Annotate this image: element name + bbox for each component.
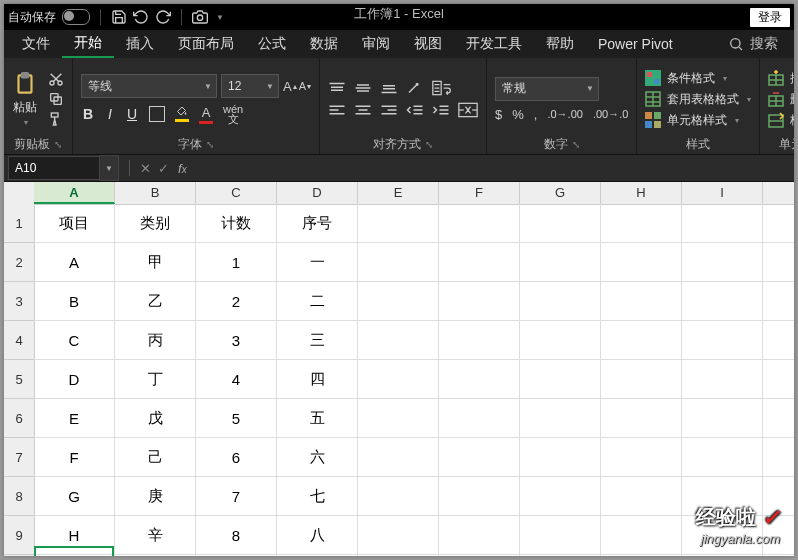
col-header-g[interactable]: G [520, 182, 601, 204]
cell-c4[interactable]: 3 [196, 321, 277, 359]
tab-view[interactable]: 视图 [402, 31, 454, 57]
cell-i6[interactable] [682, 399, 763, 437]
cell-d1[interactable]: 序号 [277, 204, 358, 242]
font-color-button[interactable]: A [199, 105, 213, 124]
cell-d10[interactable] [277, 555, 358, 556]
save-icon[interactable] [111, 9, 127, 25]
wrap-text-button[interactable] [432, 80, 452, 96]
tab-insert[interactable]: 插入 [114, 31, 166, 57]
fill-color-button[interactable] [175, 106, 189, 122]
cell-b5[interactable]: 丁 [115, 360, 196, 398]
cell-g2[interactable] [520, 243, 601, 281]
cell-i10[interactable] [682, 555, 763, 556]
cancel-formula-button[interactable]: ✕ [136, 161, 154, 176]
cell-h10[interactable] [601, 555, 682, 556]
cell-f10[interactable] [439, 555, 520, 556]
cell-e9[interactable] [358, 516, 439, 554]
format-painter-icon[interactable] [48, 111, 64, 127]
font-launcher-icon[interactable]: ⤡ [206, 139, 214, 150]
cell-i1[interactable] [682, 204, 763, 242]
cell-g5[interactable] [520, 360, 601, 398]
col-header-h[interactable]: H [601, 182, 682, 204]
font-size-select[interactable]: 12▼ [221, 74, 279, 98]
align-middle-icon[interactable] [354, 81, 372, 95]
col-header-i[interactable]: I [682, 182, 763, 204]
increase-font-button[interactable]: A▴ [283, 79, 297, 94]
cell-g3[interactable] [520, 282, 601, 320]
cell-d7[interactable]: 六 [277, 438, 358, 476]
paste-button[interactable]: 粘贴 ▾ [12, 71, 38, 127]
cell-a9[interactable]: H [34, 516, 115, 554]
align-right-icon[interactable] [380, 103, 398, 117]
cell-b1[interactable]: 类别 [115, 204, 196, 242]
cell-f7[interactable] [439, 438, 520, 476]
format-cells-button[interactable]: 格式▾ [768, 112, 794, 129]
enter-formula-button[interactable]: ✓ [154, 161, 172, 176]
row-header-5[interactable]: 5 [4, 360, 34, 399]
cell-h4[interactable] [601, 321, 682, 359]
cell-d3[interactable]: 二 [277, 282, 358, 320]
cell-f3[interactable] [439, 282, 520, 320]
cell-b4[interactable]: 丙 [115, 321, 196, 359]
cell-g9[interactable] [520, 516, 601, 554]
col-header-f[interactable]: F [439, 182, 520, 204]
cell-f2[interactable] [439, 243, 520, 281]
col-header-a[interactable]: A [34, 182, 115, 204]
row-header-4[interactable]: 4 [4, 321, 34, 360]
cell-g6[interactable] [520, 399, 601, 437]
name-box[interactable]: A10 [8, 156, 100, 180]
row-header-1[interactable]: 1 [4, 204, 34, 243]
cell-c6[interactable]: 5 [196, 399, 277, 437]
cell-e3[interactable] [358, 282, 439, 320]
merge-cells-button[interactable] [458, 102, 478, 118]
cell-h9[interactable] [601, 516, 682, 554]
cell-e4[interactable] [358, 321, 439, 359]
cell-e1[interactable] [358, 204, 439, 242]
col-header-b[interactable]: B [115, 182, 196, 204]
select-all-triangle[interactable] [4, 182, 35, 205]
cell-g7[interactable] [520, 438, 601, 476]
cell-a10[interactable] [34, 555, 115, 556]
fx-icon[interactable]: fx [178, 161, 187, 176]
cell-h7[interactable] [601, 438, 682, 476]
cell-f5[interactable] [439, 360, 520, 398]
cell-d2[interactable]: 一 [277, 243, 358, 281]
login-button[interactable]: 登录 [750, 8, 790, 27]
font-name-select[interactable]: 等线▼ [81, 74, 217, 98]
col-header-d[interactable]: D [277, 182, 358, 204]
cell-f4[interactable] [439, 321, 520, 359]
cell-c1[interactable]: 计数 [196, 204, 277, 242]
cell-i4[interactable] [682, 321, 763, 359]
cell-e6[interactable] [358, 399, 439, 437]
decrease-indent-icon[interactable] [406, 103, 424, 117]
cell-d4[interactable]: 三 [277, 321, 358, 359]
name-box-dropdown[interactable]: ▼ [100, 155, 119, 181]
cell-a8[interactable]: G [34, 477, 115, 515]
row-header-8[interactable]: 8 [4, 477, 34, 516]
cell-g10[interactable] [520, 555, 601, 556]
delete-cells-button[interactable]: 删除▾ [768, 91, 794, 108]
format-as-table-button[interactable]: 套用表格格式▾ [645, 91, 751, 108]
cell-b8[interactable]: 庚 [115, 477, 196, 515]
cell-e2[interactable] [358, 243, 439, 281]
qat-more-icon[interactable]: ▼ [216, 13, 224, 22]
cell-a5[interactable]: D [34, 360, 115, 398]
cell-d8[interactable]: 七 [277, 477, 358, 515]
tab-review[interactable]: 审阅 [350, 31, 402, 57]
formula-input[interactable] [193, 157, 794, 179]
cell-b3[interactable]: 乙 [115, 282, 196, 320]
cell-i2[interactable] [682, 243, 763, 281]
align-bottom-icon[interactable] [380, 81, 398, 95]
cell-b6[interactable]: 戊 [115, 399, 196, 437]
cell-a1[interactable]: 项目 [34, 204, 115, 242]
clipboard-launcher-icon[interactable]: ⤡ [54, 139, 62, 150]
cell-e7[interactable] [358, 438, 439, 476]
decrease-decimal-button[interactable]: .00→.0 [593, 108, 628, 120]
cell-g8[interactable] [520, 477, 601, 515]
increase-indent-icon[interactable] [432, 103, 450, 117]
cell-c2[interactable]: 1 [196, 243, 277, 281]
italic-button[interactable]: I [103, 106, 117, 122]
cell-styles-button[interactable]: 单元格样式▾ [645, 112, 751, 129]
cell-a3[interactable]: B [34, 282, 115, 320]
cell-i3[interactable] [682, 282, 763, 320]
